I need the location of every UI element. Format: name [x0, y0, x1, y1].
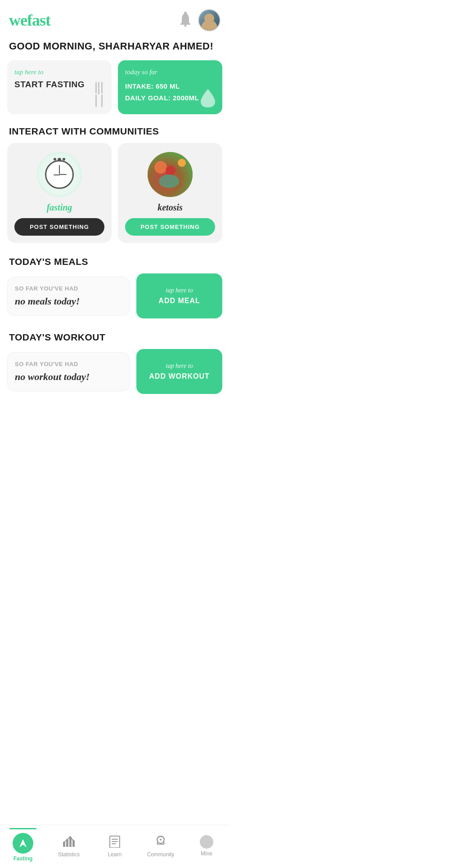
- avatar[interactable]: [198, 9, 220, 31]
- svg-point-0: [184, 25, 187, 27]
- start-fasting-label: START FASTING: [14, 80, 104, 89]
- logo-prefix: we: [9, 11, 27, 29]
- quick-actions-row: tap here to START FASTING today so far I…: [0, 60, 230, 123]
- greeting-text: GOOD MORNING, SHARHARYAR AHMED!: [0, 36, 230, 60]
- add-meal-tap-label: tap here to: [166, 287, 193, 294]
- logo-suffix: fast: [27, 11, 50, 29]
- svg-rect-5: [98, 88, 99, 94]
- workout-section-title: TODAY'S WORKOUT: [0, 329, 230, 349]
- svg-rect-7: [101, 94, 103, 107]
- no-meals-label: no meals today!: [15, 295, 122, 307]
- communities-row: fasting POST SOMETHING ketosis POST SOME…: [0, 143, 230, 254]
- fasting-label: fasting: [47, 202, 72, 213]
- fasting-tap-label: tap here to: [14, 68, 104, 76]
- workout-row: SO FAR YOU'VE HAD no workout today! tap …: [0, 349, 230, 430]
- header-actions: [179, 9, 220, 31]
- meals-so-far-label: SO FAR YOU'VE HAD: [15, 285, 122, 292]
- svg-rect-4: [98, 82, 99, 88]
- add-workout-tap-label: tap here to: [166, 362, 193, 370]
- clock-face: [45, 160, 74, 189]
- notification-icon[interactable]: [179, 12, 192, 29]
- app-logo: wefast: [9, 11, 50, 30]
- water-drop-icon: [200, 88, 216, 108]
- app-header: wefast: [0, 0, 230, 36]
- meals-info-card: SO FAR YOU'VE HAD no meals today!: [7, 277, 130, 316]
- ketosis-post-button[interactable]: POST SOMETHING: [125, 218, 215, 236]
- add-meal-action-label: ADD MEAL: [158, 297, 200, 305]
- workout-so-far-label: SO FAR YOU'VE HAD: [15, 361, 122, 367]
- fasting-community-image: [37, 152, 82, 197]
- ketosis-community-image: [148, 152, 193, 197]
- svg-rect-1: [184, 12, 187, 13]
- svg-rect-3: [95, 94, 97, 107]
- add-workout-button[interactable]: tap here to ADD WORKOUT: [136, 349, 222, 394]
- no-workout-label: no workout today!: [15, 371, 122, 383]
- add-meal-button[interactable]: tap here to ADD MEAL: [136, 273, 222, 318]
- water-today-label: today so far: [125, 68, 215, 76]
- meals-section-title: TODAY'S MEALS: [0, 254, 230, 273]
- workout-info-card: SO FAR YOU'VE HAD no workout today!: [7, 352, 130, 391]
- add-workout-action-label: ADD WORKOUT: [149, 372, 210, 380]
- svg-rect-6: [101, 82, 103, 94]
- communities-section-title: INTERACT WITH COMMUNITIES: [0, 123, 230, 143]
- fasting-post-button[interactable]: POST SOMETHING: [14, 218, 104, 236]
- water-intake-card[interactable]: today so far INTAKE: 650 ML DAILY GOAL: …: [118, 60, 222, 114]
- meals-row: SO FAR YOU'VE HAD no meals today! tap he…: [0, 273, 230, 329]
- fasting-community-card: fasting POST SOMETHING: [7, 143, 112, 243]
- ketosis-label: ketosis: [158, 202, 183, 213]
- svg-rect-2: [95, 82, 97, 94]
- start-fasting-card[interactable]: tap here to START FASTING: [7, 60, 112, 114]
- utensils-icon: [94, 82, 104, 107]
- ketosis-community-card: ketosis POST SOMETHING: [118, 143, 222, 243]
